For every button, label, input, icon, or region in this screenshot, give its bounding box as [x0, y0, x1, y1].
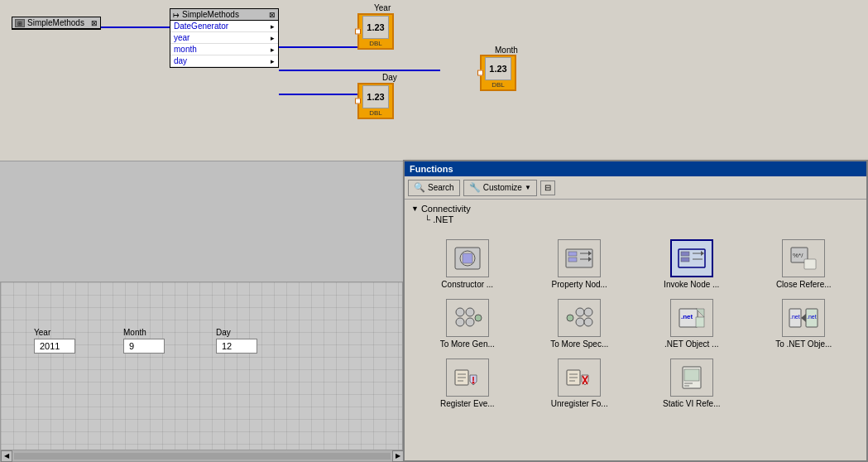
net-object-cell[interactable]: .net .NET Object ... — [635, 294, 748, 354]
year-display-connector — [355, 29, 361, 35]
svg-point-25 — [567, 315, 573, 321]
connectivity-item[interactable]: ▼ Connectivity — [411, 203, 860, 214]
year-indicator: Year 2011 — [34, 328, 75, 354]
day-indicator-label: Day — [216, 328, 231, 337]
svg-rect-2 — [463, 253, 472, 263]
svg-point-21 — [466, 308, 474, 316]
main-node-row-year: year — [170, 32, 278, 44]
year-display-value: 1.23 — [362, 16, 389, 39]
source-node-icon: ⊞ — [15, 19, 25, 27]
invoke-node-cell[interactable]: Invoke Node ... — [635, 234, 748, 294]
day-float-label: Day — [382, 73, 397, 82]
svg-rect-19 — [804, 259, 816, 269]
scroll-left-arrow[interactable]: ◀ — [1, 450, 12, 462]
to-more-spec-icon — [563, 304, 595, 332]
category-sub-label: .NET — [433, 214, 453, 224]
net-object-icon-box: .net — [670, 299, 713, 337]
tree-L-icon: └ — [424, 215, 430, 224]
functions-toolbar: 🔍 Search 🔧 Customize ▼ ⊟ — [405, 176, 866, 200]
year-display-unit: DBL — [369, 40, 382, 47]
to-more-spec-cell[interactable]: To More Spec... — [524, 294, 636, 354]
svg-point-27 — [584, 308, 592, 316]
month-display: 1.23 DBL — [480, 55, 516, 91]
static-vi-ref-icon-box — [670, 359, 713, 397]
svg-text:%*/: %*/ — [793, 252, 803, 259]
property-node-icon-box — [558, 239, 601, 277]
svg-point-26 — [576, 308, 584, 316]
front-panel: Year 2011 Month 9 Day 12 ◀ ▶ — [0, 282, 403, 462]
category-tree: ▼ Connectivity └ .NET — [405, 200, 866, 228]
svg-point-44 — [472, 382, 474, 384]
source-to-main-wire — [101, 26, 170, 28]
front-panel-scrollbar[interactable]: ◀ ▶ — [1, 450, 404, 461]
svg-point-24 — [475, 315, 482, 321]
constructor-label: Constructor ... — [441, 280, 493, 289]
static-vi-ref-cell[interactable]: Static VI Refe... — [635, 354, 748, 413]
main-node-header: ↦ SimpleMethods ⊠ — [170, 9, 278, 21]
customize-icon: 🔧 — [469, 182, 481, 193]
main-node-row-month: month — [170, 44, 278, 55]
close-ref-icon-box: %*/ c — [782, 239, 825, 277]
main-node-sublabel: DateGenerator — [170, 21, 278, 32]
static-vi-ref-icon — [676, 363, 707, 392]
month-indicator-label: Month — [123, 328, 146, 337]
month-indicator: Month 9 — [123, 328, 165, 354]
diagram-area: ⊞ SimpleMethods ⊠ ↦ SimpleMethods ⊠ Date… — [0, 0, 868, 161]
close-ref-cell[interactable]: %*/ c Close Refere... — [748, 234, 861, 294]
svg-point-29 — [584, 318, 592, 326]
to-net-obj-icon: .net .net — [788, 304, 819, 332]
scroll-right-arrow[interactable]: ▶ — [392, 450, 404, 462]
source-node[interactable]: ⊞ SimpleMethods ⊠ — [12, 17, 101, 30]
register-eve-icon-box — [446, 359, 489, 397]
search-label: Search — [428, 183, 454, 192]
to-more-spec-icon-box — [558, 299, 601, 337]
main-node[interactable]: ↦ SimpleMethods ⊠ DateGenerator year mon… — [170, 8, 279, 68]
day-display-connector — [355, 99, 361, 104]
day-indicator-value: 12 — [216, 339, 257, 354]
customize-button[interactable]: 🔧 Customize ▼ — [463, 180, 537, 196]
invoke-node-icon-box — [670, 239, 713, 277]
month-float-label: Month — [495, 46, 518, 55]
tree-arrow-icon: ▼ — [411, 205, 419, 213]
source-node-badge: ⊠ — [91, 19, 98, 27]
main-node-label: SimpleMethods — [182, 10, 239, 19]
to-more-gen-label: To More Gen... — [440, 339, 495, 349]
source-node-header: ⊞ SimpleMethods ⊠ — [12, 17, 100, 29]
functions-titlebar: Functions — [405, 161, 866, 176]
svg-text:.net: .net — [681, 313, 693, 320]
property-node-cell[interactable]: Property Nod... — [524, 234, 636, 294]
customize-label: Customize — [483, 183, 522, 192]
year-wire — [279, 46, 357, 48]
unregister-fo-icon — [563, 363, 595, 392]
to-more-spec-label: To More Spec... — [550, 339, 608, 349]
month-display-unit: DBL — [492, 81, 505, 89]
invoke-node-icon — [676, 244, 707, 272]
svg-rect-11 — [681, 252, 689, 256]
month-display-connector — [477, 70, 483, 76]
year-display: 1.23 DBL — [357, 13, 394, 50]
customize-dropdown-icon: ▼ — [525, 184, 531, 191]
constructor-icon-box — [446, 239, 489, 277]
svg-point-28 — [576, 318, 584, 326]
scroll-track[interactable] — [14, 453, 391, 460]
unregister-fo-label: Unregister Fo... — [551, 399, 608, 408]
to-net-obj-icon-box: .net .net — [782, 299, 825, 337]
main-node-badge: ⊠ — [269, 11, 276, 19]
svg-rect-33 — [696, 317, 704, 327]
month-display-value: 1.23 — [485, 57, 511, 80]
main-node-arrow-icon: ↦ — [173, 11, 180, 19]
to-net-obj-cell[interactable]: .net .net To .NET Obje... — [748, 294, 861, 354]
property-node-label: Property Nod... — [552, 280, 607, 289]
search-button[interactable]: 🔍 Search — [408, 180, 460, 196]
constructor-cell[interactable]: Constructor ... — [411, 234, 524, 294]
unregister-fo-cell[interactable]: Unregister Fo... — [524, 354, 636, 413]
static-vi-ref-label: Static VI Refe... — [663, 399, 720, 408]
register-eve-cell[interactable]: Register Eve... — [411, 354, 524, 413]
unregister-fo-icon-box — [558, 359, 601, 397]
dotnet-item[interactable]: └ .NET — [411, 214, 860, 224]
day-display: 1.23 DBL — [357, 83, 394, 119]
net-object-icon: .net — [676, 304, 707, 332]
to-more-gen-cell[interactable]: To More Gen... — [411, 294, 524, 354]
pin-button[interactable]: ⊟ — [540, 180, 555, 195]
pin-icon: ⊟ — [544, 183, 551, 192]
